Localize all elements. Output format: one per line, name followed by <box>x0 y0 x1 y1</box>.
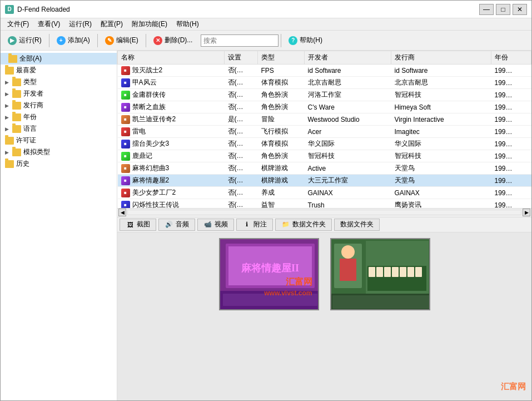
col-header-publisher[interactable]: 发行商 <box>391 51 491 65</box>
sidebar-item-developer[interactable]: ▶ 开发者 <box>1 88 117 100</box>
sidebar-item-type[interactable]: ▶ 类型 <box>1 76 117 88</box>
delete-icon: ✕ <box>153 36 162 45</box>
sidebar-item-favorites[interactable]: 最喜爱 <box>1 65 117 76</box>
table-row[interactable]: ■ 麻将幻想曲3 否(… 棋牌游戏 Active 天堂鸟 199… <box>118 162 531 175</box>
tab-datafiles2[interactable]: 数据文件夹 <box>334 219 380 231</box>
toolbar-sep-2 <box>97 34 98 47</box>
help-label: 帮助(H) <box>300 36 322 45</box>
menu-view[interactable]: 查看(V) <box>33 18 64 30</box>
menu-extras[interactable]: 附加功能(E) <box>127 18 172 30</box>
col-header-name[interactable]: 名称 <box>118 51 225 65</box>
cell-type: 养成 <box>258 187 305 199</box>
chevron-language: ▶ <box>5 126 9 132</box>
game-icon: ■ <box>121 103 130 112</box>
folder-icon-developer <box>12 90 21 98</box>
table-row[interactable]: ■ 金庸群侠传 否(… 角色扮演 河洛工作室 智冠科技 199… <box>118 89 531 101</box>
cell-type: 体育模拟 <box>258 138 305 150</box>
sidebar-item-license[interactable]: 许可证 <box>1 135 117 146</box>
col-header-developer[interactable]: 开发者 <box>305 51 391 65</box>
col-header-type[interactable]: 类型 <box>258 51 305 65</box>
cell-name: ■ 擂台美少女3 <box>118 138 225 150</box>
delete-button[interactable]: ✕ 删除(D)... <box>148 33 198 48</box>
table-header-row: 名称 设置 类型 开发者 发行商 年份 <box>118 51 531 65</box>
cell-publisher: Imagitec <box>391 126 491 138</box>
cell-setting: 否(… <box>225 65 258 77</box>
cell-name: ■ 禁断之血族 <box>118 101 225 113</box>
table-row[interactable]: ■ 毁灭战士2 否(… FPS id Software id Software … <box>118 65 531 77</box>
chevron-publisher: ▶ <box>5 103 9 108</box>
folder-icon-favorites <box>5 67 14 75</box>
minimize-button[interactable]: — <box>479 4 494 15</box>
cell-publisher: 天堂鸟 <box>391 162 491 175</box>
tab-datafiles[interactable]: 📁 数据文件夹 <box>275 219 332 231</box>
cell-developer: 华义国际 <box>305 138 391 150</box>
run-button[interactable]: ▶ 运行(R) <box>3 33 47 48</box>
horizontal-scrollbar[interactable]: ◀ ▶ <box>117 208 531 217</box>
col-header-year[interactable]: 年份 <box>491 51 531 65</box>
table-row[interactable]: ■ 麻将情趣屋2 否(… 棋牌游戏 大三元工作室 天堂鸟 199… <box>118 175 531 187</box>
table-row[interactable]: ■ 擂台美少女3 否(… 体育模拟 华义国际 华义国际 199… <box>118 138 531 150</box>
table-row[interactable]: ■ 鹿鼎记 否(… 角色扮演 智冠科技 智冠科技 199… <box>118 150 531 162</box>
game-icon: ■ <box>121 115 130 124</box>
menu-run[interactable]: 运行(R) <box>64 18 96 30</box>
preview-image-2: 汇富网 <box>330 238 430 310</box>
col-header-setting[interactable]: 设置 <box>225 51 258 65</box>
toolbar-sep-4 <box>281 34 281 47</box>
cell-name: ■ 麻将幻想曲3 <box>118 162 225 175</box>
cell-name: ■ 麻将情趣屋2 <box>118 175 225 187</box>
search-input[interactable] <box>201 34 279 47</box>
svg-rect-20 <box>332 295 429 309</box>
tab-audio[interactable]: 🔊 音频 <box>158 219 195 231</box>
cell-developer: Active <box>305 162 391 175</box>
maximize-button[interactable]: □ <box>496 4 510 15</box>
tab-screenshot[interactable]: 🖼 截图 <box>120 219 156 231</box>
help-button[interactable]: ? 帮助(H) <box>284 33 327 48</box>
game-icon: ■ <box>121 152 130 161</box>
game-name: 擂台美少女3 <box>132 139 170 148</box>
table-row[interactable]: ■ 美少女梦工厂2 否(… 养成 GAINAX GAINAX 199… <box>118 187 531 199</box>
game-table-container[interactable]: 名称 设置 类型 开发者 发行商 年份 ■ 毁灭战士2 否(… FPS <box>117 51 531 208</box>
watermark-1: 汇富网 www.vivst.com <box>264 276 312 298</box>
edit-button[interactable]: ✎ 编辑(E) <box>100 33 143 48</box>
title-bar-left: D D-Fend Reloaded <box>5 5 70 14</box>
cell-publisher: id Software <box>391 65 491 77</box>
cell-setting: 否(… <box>225 187 258 199</box>
tab-video[interactable]: 📹 视频 <box>197 219 234 231</box>
svg-rect-12 <box>369 267 375 277</box>
menu-file[interactable]: 文件(F) <box>3 18 33 30</box>
cell-year: 199… <box>491 113 531 126</box>
scroll-right-btn[interactable]: ▶ <box>523 209 530 216</box>
cell-publisher: Virgin Interactive <box>391 113 491 126</box>
sidebar-item-emtype[interactable]: ▶ 模拟类型 <box>1 146 117 158</box>
cell-type: 益智 <box>258 199 305 208</box>
table-row[interactable]: ■ 闪烁性技王传说 否(… 益智 Trush 鹰扬资讯 199… <box>118 199 531 208</box>
add-button[interactable]: + 添加(A) <box>52 33 95 48</box>
cell-setting: 否(… <box>225 77 258 89</box>
close-button[interactable]: ✕ <box>513 4 527 15</box>
scroll-left-btn[interactable]: ◀ <box>118 209 126 216</box>
menu-help[interactable]: 帮助(H) <box>172 18 203 30</box>
cell-developer: Trush <box>305 199 391 208</box>
table-row[interactable]: ■ 禁断之血族 否(… 角色扮演 C's Ware Himeya Soft 19… <box>118 101 531 113</box>
game-icon: ■ <box>121 78 130 87</box>
table-row[interactable]: ■ 甲A风云 否(… 体育模拟 北京吉耐思 北京吉耐思 199… <box>118 77 531 89</box>
main-window: D D-Fend Reloaded — □ ✕ 文件(F) 查看(V) 运行(R… <box>0 0 532 401</box>
menu-config[interactable]: 配置(P) <box>96 18 127 30</box>
table-row[interactable]: ■ 凯兰迪亚传奇2 是(… 冒险 Westwood Studio Virgin … <box>118 113 531 126</box>
game-icon: ■ <box>121 91 130 100</box>
cell-setting: 否(… <box>225 138 258 150</box>
table-row[interactable]: ■ 雷电 否(… 飞行模拟 Acer Imagitec 199… <box>118 126 531 138</box>
sidebar-label-all: 全部(A) <box>19 54 42 63</box>
notes-icon: ℹ <box>242 221 251 229</box>
sidebar-item-year[interactable]: ▶ 年份 <box>1 111 117 123</box>
game-name: 凯兰迪亚传奇2 <box>132 115 176 124</box>
sidebar-item-history[interactable]: 历史 <box>1 158 117 170</box>
sidebar-item-all[interactable]: 全部(A) <box>1 53 117 65</box>
cell-year: 199… <box>491 187 531 199</box>
sidebar-item-language[interactable]: ▶ 语言 <box>1 123 117 135</box>
tab-notes[interactable]: ℹ 附注 <box>236 219 273 231</box>
cell-type: 冒险 <box>258 113 305 126</box>
game-name: 美少女梦工厂2 <box>132 188 176 197</box>
sidebar-item-publisher[interactable]: ▶ 发行商 <box>1 100 117 111</box>
tab-audio-label: 音频 <box>176 220 189 229</box>
